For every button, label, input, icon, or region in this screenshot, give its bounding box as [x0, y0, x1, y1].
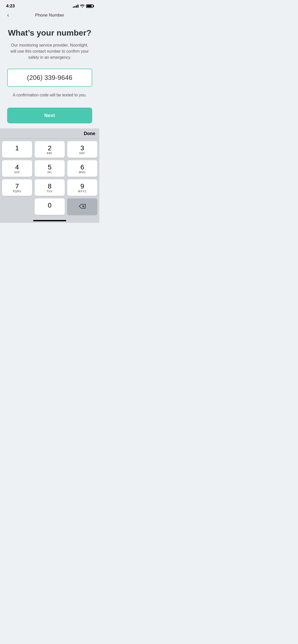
main-content: What’s your number? Our monitoring servi… — [0, 22, 99, 128]
signal-bar-2 — [74, 6, 75, 8]
key-1-number: 1 — [15, 145, 19, 151]
home-bar — [33, 220, 66, 221]
battery-fill — [87, 5, 92, 7]
home-indicator — [0, 217, 99, 223]
key-4-number: 4 — [15, 164, 19, 170]
phone-input[interactable] — [13, 74, 87, 82]
key-2-number: 2 — [48, 145, 51, 151]
key-9-number: 9 — [80, 183, 84, 189]
key-backspace[interactable] — [67, 198, 97, 215]
done-button[interactable]: Done — [84, 131, 95, 136]
key-3-letters: DEF — [79, 152, 85, 155]
status-time: 4:23 — [6, 4, 15, 9]
nav-title: Phone Number — [35, 13, 64, 18]
phone-input-container[interactable] — [7, 69, 92, 87]
key-9-letters: WXYZ — [78, 190, 87, 193]
key-7[interactable]: 7 PQRS — [2, 179, 32, 196]
key-2-letters: ABC — [47, 152, 53, 155]
keyboard-toolbar: Done — [0, 128, 99, 139]
key-9[interactable]: 9 WXYZ — [67, 179, 97, 196]
nav-bar: ‹ Phone Number — [0, 11, 99, 22]
signal-bars-icon — [73, 5, 78, 8]
key-2[interactable]: 2 ABC — [35, 141, 65, 158]
subtext: Our monitoring service provider, Noonlig… — [9, 42, 90, 61]
battery-icon — [86, 4, 93, 8]
key-6[interactable]: 6 MNO — [67, 160, 97, 177]
status-bar: 4:23 — [0, 0, 99, 11]
key-5[interactable]: 5 JKL — [35, 160, 65, 177]
key-5-number: 5 — [48, 164, 51, 170]
key-8-letters: TUV — [47, 190, 53, 193]
back-button[interactable]: ‹ — [5, 11, 11, 20]
key-7-number: 7 — [15, 183, 19, 189]
status-icons — [73, 4, 93, 8]
key-1-letters — [17, 152, 18, 155]
key-0[interactable]: 0 — [35, 198, 65, 215]
key-3[interactable]: 3 DEF — [67, 141, 97, 158]
key-8[interactable]: 8 TUV — [35, 179, 65, 196]
key-0-number: 0 — [48, 202, 51, 209]
keyboard-grid: 1 2 ABC 3 DEF 4 GHI 5 JKL 6 MNO 7 PQRS — [0, 139, 99, 217]
backspace-icon — [79, 204, 86, 210]
key-8-number: 8 — [48, 183, 51, 189]
wifi-icon — [80, 4, 85, 8]
key-7-letters: PQRS — [13, 190, 21, 193]
key-6-letters: MNO — [79, 171, 86, 174]
headline: What’s your number? — [8, 28, 91, 38]
key-4-letters: GHI — [15, 171, 20, 174]
key-3-number: 3 — [80, 145, 84, 151]
next-button[interactable]: Next — [7, 108, 92, 123]
signal-bar-4 — [77, 5, 78, 8]
key-5-letters: JKL — [47, 171, 52, 174]
key-6-number: 6 — [80, 164, 84, 170]
key-1[interactable]: 1 — [2, 141, 32, 158]
key-4[interactable]: 4 GHI — [2, 160, 32, 177]
keyboard-area: Done 1 2 ABC 3 DEF 4 GHI 5 JKL 6 MNO — [0, 128, 99, 223]
confirmation-text: A confirmation code will be texted to yo… — [13, 93, 87, 97]
signal-bar-3 — [76, 5, 77, 8]
key-0-letters — [49, 209, 50, 212]
signal-bar-1 — [73, 7, 74, 8]
key-empty — [2, 198, 32, 215]
